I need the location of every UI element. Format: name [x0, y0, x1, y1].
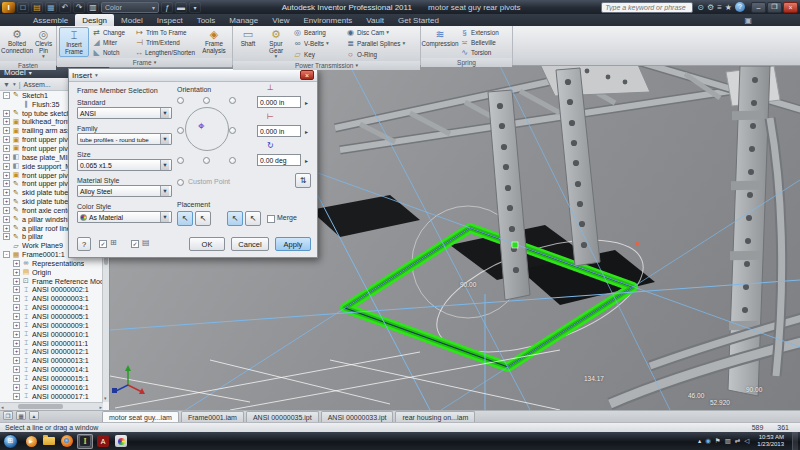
horizontal-offset-input[interactable]: 0.000 in: [257, 125, 301, 137]
filter-funnel-icon[interactable]: ▼: [3, 81, 10, 88]
tree-expander-icon[interactable]: +: [3, 127, 10, 134]
clevis-pin-button[interactable]: Clevis Pin ▾: [33, 27, 54, 60]
torsion-button[interactable]: Torsion: [458, 47, 508, 57]
material-icon[interactable]: ▬: [175, 2, 187, 13]
tree-expander-icon[interactable]: +: [3, 163, 10, 170]
point-marker[interactable]: [635, 242, 639, 246]
cancel-button[interactable]: Cancel: [231, 237, 269, 251]
document-tab[interactable]: Frame0001.iam: [181, 411, 244, 422]
tree-item[interactable]: + ANSI 00000005:1: [0, 312, 103, 321]
ribbon-tab[interactable]: Get Started: [391, 14, 446, 26]
bolted-connection-button[interactable]: Bolted Connection: [2, 27, 32, 60]
tree-expander-icon[interactable]: -: [3, 92, 10, 99]
tree-item[interactable]: + Representations: [0, 259, 103, 268]
tree-item[interactable]: + Origin: [0, 268, 103, 277]
tree-expander-icon[interactable]: +: [13, 348, 20, 355]
tree-item[interactable]: + ANSI 00000017:1: [0, 392, 103, 401]
taskbar-paint-button[interactable]: [113, 434, 129, 449]
ribbon-tab[interactable]: Design: [75, 14, 114, 26]
vertical-offset-input[interactable]: 0.000 in: [257, 96, 301, 108]
tree-expander-icon[interactable]: -: [3, 251, 10, 258]
naming-checkbox[interactable]: ✓: [131, 240, 139, 248]
fx-parameters-icon[interactable]: ƒ: [161, 2, 173, 13]
tree-item[interactable]: + ANSI 00000015:1: [0, 374, 103, 383]
apply-button[interactable]: Apply: [275, 237, 311, 251]
chevron-down-icon[interactable]: ▾: [13, 81, 16, 87]
placement-insert-button[interactable]: ↖: [177, 211, 193, 226]
taskbar-media-player-button[interactable]: ▶: [23, 434, 39, 449]
tree-expander-icon[interactable]: +: [13, 278, 20, 285]
ribbon-tab[interactable]: Inspect: [150, 14, 190, 26]
scrollbar-thumb[interactable]: [18, 404, 63, 409]
search-input[interactable]: [601, 2, 693, 13]
merge-checkbox[interactable]: [267, 215, 275, 223]
panel-label-power-transmission[interactable]: Power Transmission ▾: [233, 61, 420, 70]
tree-item[interactable]: + ANSI 00000010:1: [0, 330, 103, 339]
clipboard-icon[interactable]: ▥: [725, 437, 731, 445]
parallel-splines-button[interactable]: Parallel Splines ▾: [344, 38, 416, 48]
favorites-star-icon[interactable]: ★: [725, 3, 732, 12]
ribbon-tab[interactable]: Manage: [222, 14, 265, 26]
dialog-close-icon[interactable]: ×: [300, 70, 314, 80]
scroll-down-icon[interactable]: ▾: [104, 395, 107, 401]
spinner-icon[interactable]: ▸: [302, 154, 311, 166]
tree-item[interactable]: + ANSI 00000013:1: [0, 356, 103, 365]
color-style-combo[interactable]: Color ▾: [101, 2, 159, 13]
tree-expander-icon[interactable]: +: [13, 322, 20, 329]
panel-label-frame[interactable]: Frame ▾: [57, 58, 232, 67]
network-icon[interactable]: ⇄: [735, 437, 740, 445]
action-center-flag-icon[interactable]: ⚑: [715, 437, 721, 445]
taskbar-firefox-button[interactable]: [59, 434, 75, 449]
tree-item[interactable]: + ANSI 00000011:1: [0, 339, 103, 348]
taskbar-clock[interactable]: 10:53 AM 1/23/2013: [753, 434, 788, 448]
standard-combo[interactable]: ANSI ▼: [77, 107, 172, 119]
window-tile-icon[interactable]: ▦: [16, 411, 26, 420]
tree-item[interactable]: + ANSI 00000012:1: [0, 347, 103, 356]
tree-expander-icon[interactable]: +: [13, 295, 20, 302]
start-button[interactable]: ⊞: [3, 434, 18, 449]
bearing-button[interactable]: Bearing: [291, 27, 343, 37]
orientation-radio[interactable]: [177, 157, 184, 164]
direction-button[interactable]: ⇅: [295, 173, 311, 188]
tree-expander-icon[interactable]: +: [3, 145, 10, 152]
tree-expander-icon[interactable]: +: [13, 304, 20, 311]
custom-point-radio[interactable]: [177, 179, 184, 186]
family-combo[interactable]: tube profiles - round tube ▼: [77, 133, 172, 145]
spur-gear-button[interactable]: Spur Gear ▾: [262, 27, 290, 60]
orientation-crosshair-icon[interactable]: ⌖: [198, 120, 205, 132]
base-plates[interactable]: [310, 195, 655, 305]
change-button[interactable]: Change: [90, 27, 132, 37]
assembly-view-label[interactable]: Assem...: [24, 81, 51, 88]
tree-expander-icon[interactable]: +: [13, 331, 20, 338]
orientation-radio[interactable]: [229, 97, 236, 104]
document-tab[interactable]: ANSI 00000035.ipt: [246, 411, 319, 422]
orientation-radio[interactable]: [203, 157, 210, 164]
spinner-icon[interactable]: ▸: [302, 96, 311, 108]
compression-button[interactable]: Compression: [423, 27, 457, 57]
notch-button[interactable]: Notch: [90, 47, 132, 57]
taskbar-adobe-button[interactable]: A: [95, 434, 111, 449]
tree-expander-icon[interactable]: +: [13, 357, 20, 364]
tree-item[interactable]: + ANSI 00000004:1: [0, 303, 103, 312]
qat-expand-icon[interactable]: ▾: [189, 2, 201, 13]
tree-expander-icon[interactable]: +: [13, 366, 20, 373]
document-tab[interactable]: rear housing on...iam: [395, 411, 475, 422]
key-button[interactable]: Key: [291, 49, 343, 59]
volume-icon[interactable]: ◁: [744, 437, 749, 445]
tree-expander-icon[interactable]: +: [3, 207, 10, 214]
tree-expander-icon[interactable]: +: [3, 118, 10, 125]
insert-frame-button[interactable]: Insert Frame: [59, 27, 89, 57]
undo-icon[interactable]: ↶: [59, 2, 71, 13]
tree-item[interactable]: + ANSI 00000016:1: [0, 383, 103, 392]
tree-expander-icon[interactable]: +: [3, 180, 10, 187]
tree-expander-icon[interactable]: [3, 242, 10, 249]
tree-expander-icon[interactable]: +: [3, 110, 10, 117]
v-belts-button[interactable]: V-Belts ▾: [291, 38, 343, 48]
tree-expander-icon[interactable]: [13, 101, 20, 108]
ok-button[interactable]: OK: [189, 237, 225, 251]
tree-item[interactable]: + ANSI 00000014:1: [0, 365, 103, 374]
spinner-icon[interactable]: ▸: [302, 125, 311, 137]
size-combo[interactable]: 0.065 x1.5 ▼: [77, 159, 172, 171]
ribbon-tab[interactable]: Environments: [296, 14, 359, 26]
show-hidden-icons-icon[interactable]: ▴: [698, 437, 701, 445]
